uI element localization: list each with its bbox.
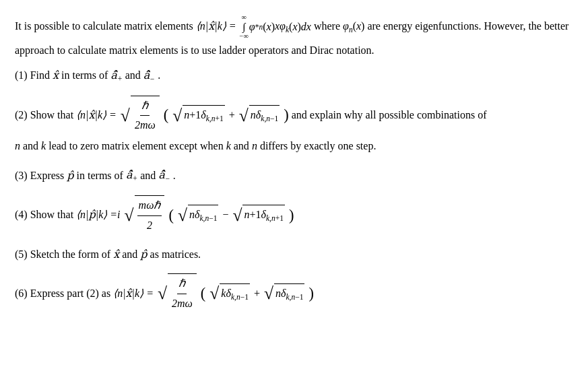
q6-sqrt-n: √ nδk,n−1 [264,283,305,304]
q2-plus: + [229,106,235,125]
q4-open-paren: ( [168,208,173,223]
q1-label: (1) [15,66,28,86]
q2-braket: ⟨n|x̂|k⟩ = [76,106,117,125]
q5-label: (5) [15,245,28,265]
q4-minus: − [222,205,228,225]
q6-text: Express part (2) as [30,284,111,304]
q2-explain: and explain why all possible combination… [292,106,487,125]
q2-sqrt-frac: √ ℏ 2mω [121,96,160,136]
q4-sqrt-frac: √ mωℏ 2 [125,195,165,236]
intro-where: where φn(x) [314,20,367,32]
question-4: (4) Show that ⟨n|p̂|k⟩ = i √ mωℏ 2 ( √ [15,195,573,236]
q2-n-var: n [15,137,20,156]
matrix-element-braket: ⟨n|x̂|k⟩ = [196,18,236,35]
q3-phat: p̂ [67,166,73,186]
q2-line: (2) Show that ⟨n|x̂|k⟩ = √ ℏ 2mω ( √ [15,96,573,136]
question-2: (2) Show that ⟨n|x̂|k⟩ = √ ℏ 2mω ( √ [15,96,573,156]
q6-line: (6) Express part (2) as ⟨n|x̂|k⟩ = √ ℏ 2… [15,273,573,314]
q4-label: (4) [15,205,28,225]
q3-aminus: â̂− [158,166,170,186]
q2-show: Show that [30,106,73,125]
q2-lead: lead to zero matrix element except when [48,137,223,156]
question-3: (3) Express p̂ in terms of â̂+ and â̂− . [15,166,573,186]
q6-sqrt-k: √ kδk,n−1 [209,283,250,304]
q2-and-var: and [23,137,38,156]
q4-show: Show that [30,205,73,225]
q2-close-paren: ) [284,108,288,123]
q6-braket: ⟨n|x̂|k⟩ = [113,284,154,304]
content-area: It is possible to calculate matrix eleme… [15,12,573,314]
q5-xhat: x̂ [113,245,119,265]
q5-and: and [122,245,137,265]
q5-line: (5) Sketch the form of x̂ and p̂ as matr… [15,245,573,265]
q1-mid: in terms of [61,66,108,86]
q2-k-var: k [41,137,46,156]
q1-xhat: x̂ [53,66,59,86]
q2-open-paren: ( [164,108,168,123]
q3-period: . [173,166,176,186]
q1-period: . [158,66,160,86]
q4-sqrt-n1: √ n+1δk,n+1 [232,205,285,226]
intro-text: It is possible to calculate matrix eleme… [15,20,193,32]
q2-n2: n [252,137,257,156]
q3-and: and [140,166,156,186]
q3-line: (3) Express p̂ in terms of â̂+ and â̂− . [15,166,573,186]
q3-label: (3) [15,166,28,186]
question-1: (1) Find x̂ in terms of â̂+ and â̂− . [15,66,573,86]
q6-plus: + [254,284,260,304]
q5-text: Sketch the form of [30,245,111,265]
q2-sqrt-n1: √ n+1δk,n+1 [172,105,225,126]
q1-aplus: â̂+ [110,66,122,86]
q1-line: (1) Find x̂ in terms of â̂+ and â̂− . [15,66,573,86]
q2-line2: n and k lead to zero matrix element exce… [15,137,573,156]
q1-aminus: â̂− [143,66,155,86]
q2-and2: and [234,137,249,156]
q1-text: Find [30,66,50,86]
intro-paragraph: It is possible to calculate matrix eleme… [15,12,573,59]
q2-label: (2) [15,106,28,125]
q1-and: and [125,66,141,86]
q6-sqrt-frac: √ ℏ 2mω [158,273,197,314]
q2-sqrt-n: √ nδk,n−1 [239,105,280,126]
q4-sqrt-n: √ nδk,n−1 [178,205,219,226]
q5-phat: p̂ [140,245,147,265]
question-5: (5) Sketch the form of x̂ and p̂ as matr… [15,245,573,265]
q4-close-paren: ) [289,208,294,223]
q4-line: (4) Show that ⟨n|p̂|k⟩ = i √ mωℏ 2 ( √ [15,195,573,236]
q2-differ: differs by exactly one step. [260,137,377,156]
q3-text: Express [30,166,65,186]
q6-label: (6) [15,284,28,304]
q3-aplus: â̂+ [126,166,137,186]
q2-k2: k [226,137,231,156]
integral-expression: ∞ ∫ −∞ φ*n (x)xφk(x)dx [239,12,311,42]
q6-open-paren: ( [201,286,205,301]
q4-braket: ⟨n|p̂|k⟩ = i [76,205,120,225]
q6-close-paren: ) [308,286,313,301]
question-6: (6) Express part (2) as ⟨n|x̂|k⟩ = √ ℏ 2… [15,273,573,314]
q5-end: as matrices. [150,245,201,265]
q3-mid: in terms of [77,166,123,186]
